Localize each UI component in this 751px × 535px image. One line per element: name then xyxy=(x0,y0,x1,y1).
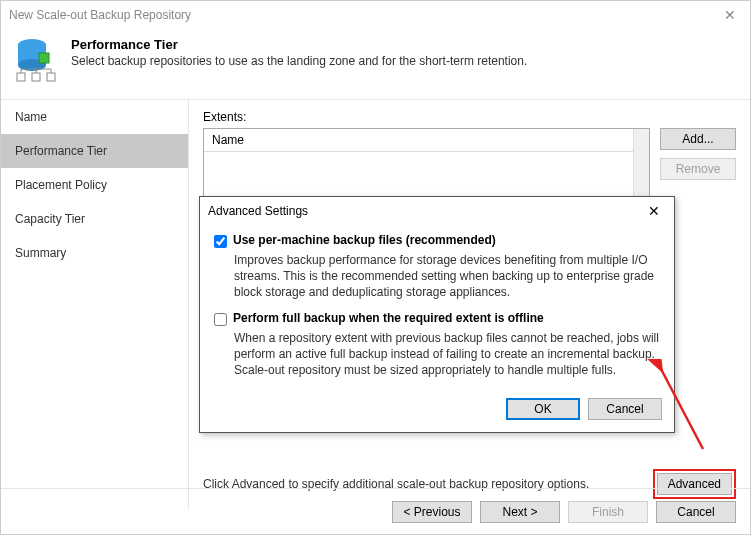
option-full-backup-offline-desc: When a repository extent with previous b… xyxy=(234,330,660,379)
svg-rect-6 xyxy=(47,73,55,81)
add-button[interactable]: Add... xyxy=(660,128,736,150)
header: Performance Tier Select backup repositor… xyxy=(1,29,750,99)
remove-button: Remove xyxy=(660,158,736,180)
sidebar-item-performance-tier[interactable]: Performance Tier xyxy=(1,134,188,168)
sidebar-item-placement-policy[interactable]: Placement Policy xyxy=(1,168,188,202)
extents-label: Extents: xyxy=(203,110,736,124)
dialog-ok-button[interactable]: OK xyxy=(506,398,580,420)
page-subtitle: Select backup repositories to use as the… xyxy=(71,54,527,68)
sidebar-item-capacity-tier[interactable]: Capacity Tier xyxy=(1,202,188,236)
advanced-settings-dialog: Advanced Settings ✕ Use per-machine back… xyxy=(199,196,675,433)
cancel-button[interactable]: Cancel xyxy=(656,501,736,523)
svg-rect-3 xyxy=(39,53,49,63)
dialog-close-icon[interactable]: ✕ xyxy=(642,203,666,219)
titlebar: New Scale-out Backup Repository ✕ xyxy=(1,1,750,29)
option-full-backup-offline-label: Perform full backup when the required ex… xyxy=(233,311,544,326)
dialog-title: Advanced Settings xyxy=(208,204,642,218)
dialog-titlebar: Advanced Settings ✕ xyxy=(200,197,674,225)
extents-column-name: Name xyxy=(204,129,633,152)
dialog-footer: OK Cancel xyxy=(200,390,674,432)
sidebar: Name Performance Tier Placement Policy C… xyxy=(1,100,189,509)
wizard-window: New Scale-out Backup Repository ✕ Perfor… xyxy=(0,0,751,535)
close-icon[interactable]: ✕ xyxy=(718,7,742,23)
option-per-machine-label: Use per-machine backup files (recommende… xyxy=(233,233,496,248)
checkbox-per-machine[interactable] xyxy=(214,235,227,248)
sidebar-item-name[interactable]: Name xyxy=(1,100,188,134)
sidebar-item-summary[interactable]: Summary xyxy=(1,236,188,270)
svg-rect-4 xyxy=(17,73,25,81)
dialog-cancel-button[interactable]: Cancel xyxy=(588,398,662,420)
finish-button: Finish xyxy=(568,501,648,523)
header-text: Performance Tier Select backup repositor… xyxy=(71,37,527,85)
previous-button[interactable]: < Previous xyxy=(392,501,472,523)
checkbox-full-backup-offline[interactable] xyxy=(214,313,227,326)
dialog-body: Use per-machine backup files (recommende… xyxy=(200,225,674,390)
option-per-machine-desc: Improves backup performance for storage … xyxy=(234,252,660,301)
page-title: Performance Tier xyxy=(71,37,527,52)
window-title: New Scale-out Backup Repository xyxy=(9,8,718,22)
svg-rect-5 xyxy=(32,73,40,81)
option-full-backup-offline[interactable]: Perform full backup when the required ex… xyxy=(214,311,660,326)
option-per-machine[interactable]: Use per-machine backup files (recommende… xyxy=(214,233,660,248)
next-button[interactable]: Next > xyxy=(480,501,560,523)
wizard-footer: < Previous Next > Finish Cancel xyxy=(1,488,750,534)
repository-icon xyxy=(15,37,57,85)
